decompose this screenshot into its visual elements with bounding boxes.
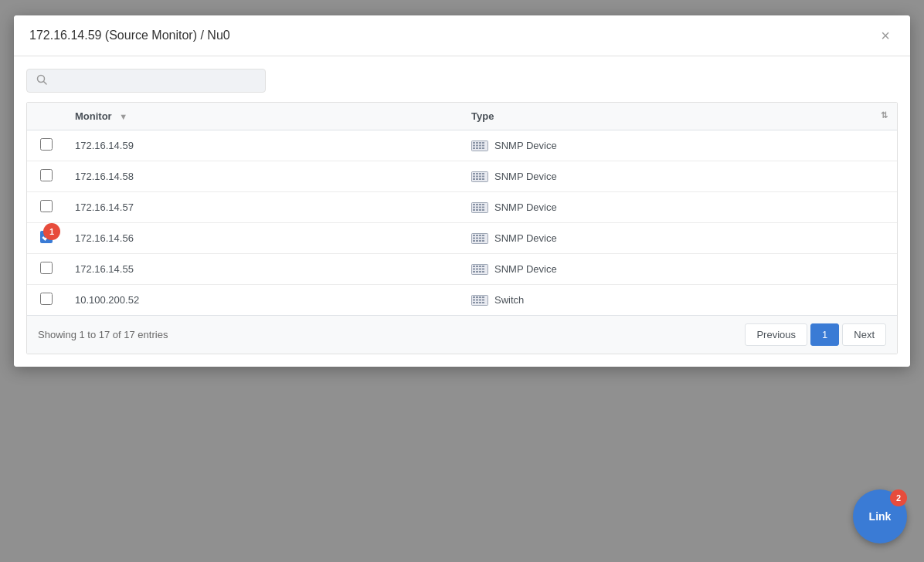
svg-rect-58 bbox=[482, 266, 484, 267]
monitor-cell: 172.16.14.58 bbox=[66, 161, 462, 192]
svg-line-1 bbox=[44, 82, 47, 85]
svg-rect-22 bbox=[479, 175, 481, 177]
svg-rect-77 bbox=[476, 302, 478, 303]
svg-rect-43 bbox=[476, 235, 478, 236]
type-text: SNMP Device bbox=[494, 140, 557, 151]
type-cell: Switch bbox=[462, 285, 897, 316]
svg-rect-65 bbox=[479, 271, 481, 273]
table-header-row: Monitor ▼ Type ⇅ bbox=[27, 103, 897, 130]
svg-rect-24 bbox=[473, 178, 475, 180]
search-box bbox=[26, 69, 266, 93]
device-icon bbox=[471, 140, 488, 151]
svg-rect-30 bbox=[476, 204, 478, 205]
close-button[interactable]: × bbox=[876, 26, 895, 45]
search-icon bbox=[36, 74, 47, 87]
link-button-container: Link 2 bbox=[853, 489, 907, 543]
svg-rect-45 bbox=[482, 235, 484, 236]
svg-rect-27 bbox=[482, 178, 484, 180]
svg-rect-9 bbox=[479, 144, 481, 146]
monitor-cell: 172.16.14.57 bbox=[66, 192, 462, 223]
svg-rect-44 bbox=[479, 235, 481, 236]
row-checkbox[interactable] bbox=[40, 262, 53, 274]
next-button[interactable]: Next bbox=[842, 323, 886, 346]
type-text: SNMP Device bbox=[494, 201, 557, 213]
link-button[interactable]: Link 2 bbox=[853, 489, 907, 543]
page-1-button[interactable]: 1 bbox=[810, 323, 839, 346]
pagination: Previous 1 Next bbox=[745, 323, 886, 346]
header-checkbox-col bbox=[27, 103, 66, 130]
svg-rect-49 bbox=[482, 237, 484, 239]
svg-rect-69 bbox=[476, 296, 478, 298]
header-type-col[interactable]: Type ⇅ bbox=[462, 103, 897, 130]
device-icon bbox=[471, 202, 488, 213]
checkbox-cell bbox=[27, 130, 66, 161]
type-text: Switch bbox=[494, 294, 524, 306]
svg-rect-20 bbox=[473, 175, 475, 177]
modal-overlay: 172.16.14.59 (Source Monitor) / Nu0 × bbox=[0, 0, 924, 562]
svg-rect-47 bbox=[476, 237, 478, 239]
modal-title: 172.16.14.59 (Source Monitor) / Nu0 bbox=[29, 29, 230, 42]
svg-rect-71 bbox=[482, 296, 484, 298]
previous-button[interactable]: Previous bbox=[745, 323, 807, 346]
table-body: 172.16.14.59 SNMP Device172.16.14.58 bbox=[27, 130, 897, 316]
svg-rect-33 bbox=[473, 206, 475, 208]
type-cell: SNMP Device bbox=[462, 192, 897, 223]
svg-rect-14 bbox=[482, 147, 484, 149]
svg-rect-60 bbox=[476, 268, 478, 269]
link-button-label: Link bbox=[869, 510, 892, 523]
svg-rect-26 bbox=[479, 178, 481, 180]
svg-rect-10 bbox=[482, 144, 484, 146]
svg-rect-35 bbox=[479, 206, 481, 208]
row-checkbox[interactable] bbox=[40, 169, 53, 181]
checkbox-badge: 1 bbox=[43, 223, 60, 240]
checkbox-cell bbox=[27, 285, 66, 316]
svg-rect-23 bbox=[482, 175, 484, 177]
svg-rect-21 bbox=[476, 175, 478, 177]
type-cell: SNMP Device bbox=[462, 223, 897, 254]
type-cell: SNMP Device bbox=[462, 130, 897, 161]
svg-rect-3 bbox=[473, 142, 475, 144]
modal-header: 172.16.14.59 (Source Monitor) / Nu0 × bbox=[14, 15, 910, 56]
svg-rect-66 bbox=[482, 271, 484, 273]
svg-rect-34 bbox=[476, 206, 478, 208]
entries-info: Showing 1 to 17 of 17 entries bbox=[38, 329, 168, 340]
search-input[interactable] bbox=[52, 75, 256, 87]
checkbox-cell: 1 bbox=[27, 223, 66, 254]
svg-rect-40 bbox=[482, 209, 484, 211]
svg-rect-59 bbox=[473, 268, 475, 269]
checkbox-cell bbox=[27, 161, 66, 192]
svg-rect-4 bbox=[476, 142, 478, 144]
type-sort-icon: ⇅ bbox=[881, 110, 888, 120]
svg-rect-55 bbox=[473, 266, 475, 267]
type-cell: SNMP Device bbox=[462, 254, 897, 285]
svg-rect-11 bbox=[473, 147, 475, 149]
checkbox-wrapper: 1 bbox=[40, 231, 53, 243]
device-icon bbox=[471, 264, 488, 275]
device-icon bbox=[471, 171, 488, 182]
row-checkbox[interactable] bbox=[40, 200, 53, 212]
svg-rect-38 bbox=[476, 209, 478, 211]
svg-rect-36 bbox=[482, 206, 484, 208]
svg-rect-16 bbox=[473, 173, 475, 174]
svg-rect-76 bbox=[473, 302, 475, 303]
row-checkbox[interactable] bbox=[40, 293, 53, 305]
svg-rect-13 bbox=[479, 147, 481, 149]
monitor-cell: 172.16.14.55 bbox=[66, 254, 462, 285]
svg-rect-19 bbox=[482, 173, 484, 174]
row-checkbox[interactable] bbox=[40, 138, 53, 151]
table-row: 10.100.200.52 Switch bbox=[27, 285, 897, 316]
table-row: 172.16.14.59 SNMP Device bbox=[27, 130, 897, 161]
svg-rect-31 bbox=[479, 204, 481, 205]
svg-rect-51 bbox=[476, 240, 478, 242]
svg-rect-62 bbox=[482, 268, 484, 269]
monitor-cell: 10.100.200.52 bbox=[66, 285, 462, 316]
svg-rect-12 bbox=[476, 147, 478, 149]
svg-rect-63 bbox=[473, 271, 475, 273]
svg-rect-8 bbox=[476, 144, 478, 146]
svg-rect-32 bbox=[482, 204, 484, 205]
svg-rect-68 bbox=[473, 296, 475, 298]
table-row: 1172.16.14.56 SNMP Device bbox=[27, 223, 897, 254]
monitor-cell: 172.16.14.56 bbox=[66, 223, 462, 254]
svg-rect-72 bbox=[473, 299, 475, 300]
header-monitor-col[interactable]: Monitor ▼ bbox=[66, 103, 462, 130]
